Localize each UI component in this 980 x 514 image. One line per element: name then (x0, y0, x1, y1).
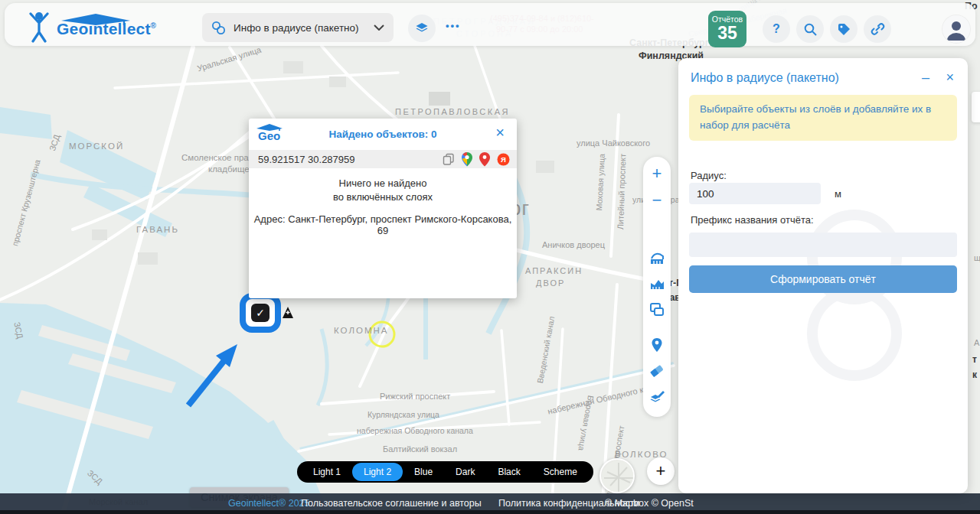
style-switcher: Light 1Light 2BlueDarkBlackScheme (297, 461, 593, 483)
rings-icon (211, 21, 226, 35)
map-controls-strip: + − (643, 157, 671, 417)
check-glyph: ✓ (256, 307, 265, 319)
empty-result-line2: во включённых слоях (249, 191, 517, 203)
brand-logo[interactable]: Geointellect® (26, 9, 156, 43)
style-option-dark[interactable]: Dark (444, 463, 486, 481)
reports-badge[interactable]: Отчётов 35 (708, 11, 746, 47)
map-label: ЗСД (47, 133, 61, 151)
map-label: к (972, 370, 977, 380)
zoom-in-button[interactable]: + (646, 163, 668, 184)
address-text: Адрес: Санкт-Петербург, проспект Римског… (249, 213, 517, 236)
map-label: Балтийский вокзал (383, 444, 457, 454)
map-label: МОРСКОЙ (69, 142, 124, 151)
prefix-label: Префикс названия отчёта: (691, 214, 814, 226)
checkbox-checked-icon[interactable]: ✓ (251, 304, 270, 322)
add-style-button[interactable]: + (647, 457, 675, 485)
reports-badge-count: 35 (717, 24, 737, 42)
radius-label: Радиус: (691, 170, 727, 181)
selected-object-marker[interactable]: ✓ (240, 293, 281, 333)
panel-minimize-button[interactable]: – (917, 69, 934, 86)
empty-result-line1: Ничего не найдено (249, 177, 517, 189)
annotation-arrow (182, 338, 247, 413)
map-label: ЗСД (86, 468, 104, 486)
help-icon: ? (773, 22, 780, 36)
info-radius-panel: Инфо в радиусе (пакетно) – × Выбирайте о… (678, 58, 968, 493)
coords-bar: 59.921517 30.287959 Я (249, 150, 517, 168)
map-label: Аничков дворец (542, 240, 605, 249)
search-button[interactable] (796, 15, 824, 43)
map-label: ДВОР (536, 278, 565, 288)
panel-notice: Выбирайте объекты из слоёв и добавляйте … (689, 95, 957, 141)
measure-icon[interactable] (646, 247, 668, 268)
tool-dropdown[interactable]: Инфо в радиусе (пакетно) (202, 13, 394, 42)
user-icon (942, 15, 970, 43)
footer-terms-link[interactable]: Пользовательское соглашение и авторы (301, 498, 482, 509)
tag-icon (837, 22, 851, 37)
layers-edit-icon[interactable] (646, 386, 668, 408)
copy-icon[interactable] (443, 153, 455, 165)
help-button[interactable]: ? (763, 15, 790, 43)
area-icon[interactable] (646, 273, 668, 294)
style-option-scheme[interactable]: Scheme (532, 463, 589, 481)
tool-dropdown-label: Инфо в радиусе (пакетно) (234, 22, 366, 34)
map-label: т (972, 355, 977, 365)
style-preview-thumbnail[interactable] (599, 458, 635, 493)
brand-reg: ® (151, 21, 157, 30)
map-label: АПРАКСИН (525, 266, 583, 275)
red-pin-icon[interactable] (479, 152, 490, 167)
radius-unit: м (835, 188, 841, 200)
chevron-down-icon (374, 24, 384, 31)
search-icon (803, 22, 818, 37)
person-logo-icon (26, 9, 52, 43)
more-tools-button[interactable]: ••• (446, 20, 461, 31)
style-option-black[interactable]: Black (486, 463, 531, 481)
edge-control[interactable] (972, 92, 980, 122)
map-label: А (974, 338, 979, 347)
google-maps-pin-icon[interactable] (462, 152, 472, 167)
tag-button[interactable] (830, 15, 858, 43)
popup-close-button[interactable]: × (491, 123, 509, 142)
prefix-input[interactable] (689, 233, 957, 257)
map-popup: Geo Найдено объектов: 0 × 59.921517 30.2… (249, 119, 517, 298)
map-label: кладбище (208, 164, 250, 174)
footer-attribution-link[interactable]: © Mapbox © OpenSt (605, 498, 694, 509)
layers-toggle-button[interactable] (408, 15, 436, 42)
map-label: Боровая улица (577, 395, 595, 451)
graduation-cap-icon (61, 14, 130, 26)
screens-icon[interactable] (646, 299, 668, 320)
layers-icon (414, 21, 430, 36)
map-label: Рижский проспект (380, 392, 450, 401)
link-icon (869, 21, 886, 37)
coords-text: 59.921517 30.287959 (258, 154, 443, 165)
radius-input[interactable] (689, 183, 821, 204)
panel-close-button[interactable]: × (941, 69, 959, 86)
map-label: улица Чайковского (577, 138, 650, 148)
zoom-out-button[interactable]: − (646, 190, 668, 211)
eraser-icon[interactable] (646, 360, 668, 382)
footer-brand-link[interactable]: Geointellect® 2025 (228, 498, 310, 509)
popup-title: Найдено объектов: 0 (249, 128, 517, 140)
map-label: набережная Обводного канала (357, 427, 473, 436)
map-cursor-icon (280, 304, 296, 321)
map-label: Моховая улица (595, 154, 606, 211)
style-option-light-2[interactable]: Light 2 (352, 463, 403, 481)
app-header: Geointellect® Инфо в радиусе (пакетно) •… (5, 3, 975, 46)
map-label: ПЕТРОПАВЛОВСКАЯ (395, 107, 510, 116)
popup-header: Geo Найдено объектов: 0 × (249, 119, 517, 150)
share-link-button[interactable] (864, 15, 891, 43)
generate-report-button[interactable]: Сформировать отчёт (689, 265, 957, 293)
yandex-icon[interactable]: Я (497, 153, 510, 166)
map-label: Уральская улица (196, 45, 263, 73)
map-label: щ (974, 253, 980, 262)
panel-title: Инфо в радиусе (пакетно) (691, 71, 839, 85)
map-label: КОЛОМНА (334, 326, 388, 336)
map-label: проспект Крузенштерна (11, 159, 42, 247)
location-pin-icon[interactable] (646, 334, 668, 356)
svg-text:Я: Я (501, 155, 506, 164)
style-option-blue[interactable]: Blue (403, 463, 444, 481)
map-label: ЗСД (12, 321, 24, 340)
avatar[interactable] (942, 15, 970, 43)
map-label: Литейный проспект (616, 154, 628, 230)
map-label: Введенский канал (536, 316, 557, 384)
style-option-light-1[interactable]: Light 1 (302, 463, 352, 481)
